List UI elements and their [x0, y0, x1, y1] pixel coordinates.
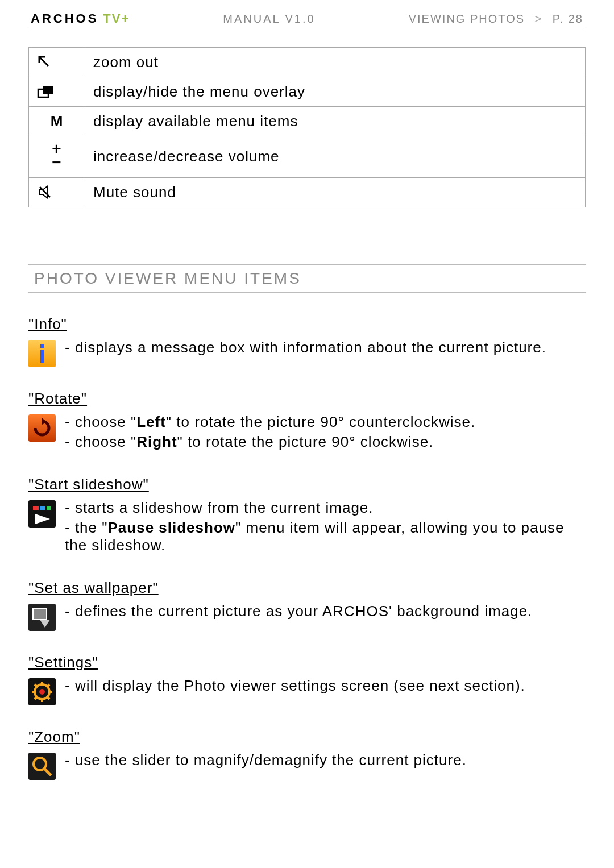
- header-breadcrumb: VIEWING PHOTOS > P. 28: [409, 13, 583, 26]
- control-label: display/hide the menu overlay: [85, 77, 586, 107]
- breadcrumb-section: VIEWING PHOTOS: [409, 13, 525, 25]
- menu-item-line: will display the Photo viewer settings s…: [65, 677, 586, 695]
- svg-marker-13: [40, 620, 50, 628]
- menu-letter-icon: M: [29, 107, 85, 136]
- menu-item-line: displays a message box with information …: [65, 339, 586, 356]
- svg-line-0: [39, 57, 48, 66]
- page-header: ARCHOS TV+ MANUAL V1.0 VIEWING PHOTOS > …: [28, 11, 586, 30]
- menu-item-lines: will display the Photo viewer settings s…: [65, 677, 586, 697]
- menu-item-settings: "Settings" will display the Photo viewer…: [28, 654, 586, 705]
- control-label: display available menu items: [85, 107, 586, 136]
- settings-icon: [28, 678, 56, 705]
- svg-line-19: [35, 684, 38, 687]
- menu-item-lines: defines the current picture as your ARCH…: [65, 603, 586, 622]
- product-name: TV+: [103, 11, 130, 26]
- menu-item-info: "Info" displays a message box with infor…: [28, 315, 586, 367]
- control-label: zoom out: [85, 48, 586, 77]
- menu-item-title: "Settings": [28, 654, 586, 671]
- menu-item-line: use the slider to magnify/demagnify the …: [65, 751, 586, 769]
- breadcrumb-page: P. 28: [553, 13, 583, 25]
- menu-item-line: choose "Left" to rotate the picture 90° …: [65, 413, 586, 431]
- menu-item-title: "Info": [28, 315, 586, 333]
- breadcrumb-separator: >: [535, 13, 543, 25]
- menu-item-lines: displays a message box with information …: [65, 339, 586, 359]
- svg-rect-2: [43, 86, 53, 94]
- overlay-icon: [29, 77, 85, 107]
- menu-item-line: starts a slideshow from the current imag…: [65, 499, 586, 517]
- menu-item-line: the "Pause slideshow" menu item will app…: [65, 519, 586, 554]
- menu-item-lines: choose "Left" to rotate the picture 90° …: [65, 413, 586, 453]
- menu-item-title: "Set as wallpaper": [28, 579, 586, 597]
- control-label: Mute sound: [85, 177, 586, 207]
- menu-item-title: "Zoom": [28, 728, 586, 746]
- section-title: PHOTO VIEWER MENU ITEMS: [28, 264, 586, 293]
- svg-rect-5: [40, 344, 44, 348]
- mute-icon: [29, 177, 85, 207]
- svg-line-21: [47, 684, 49, 687]
- volume-plus-minus-icon: +−: [29, 136, 85, 178]
- svg-line-25: [44, 769, 51, 775]
- table-row: display/hide the menu overlay: [29, 77, 586, 107]
- zoom-icon: [28, 753, 56, 780]
- table-row: zoom out: [29, 48, 586, 77]
- menu-item-title: "Rotate": [28, 390, 586, 408]
- info-icon: [28, 340, 56, 367]
- menu-item-lines: use the slider to magnify/demagnify the …: [65, 751, 586, 771]
- menu-item-slideshow: "Start slideshow" starts a slideshow fro…: [28, 476, 586, 556]
- zoom-out-icon: [29, 48, 85, 77]
- menu-item-lines: starts a slideshow from the current imag…: [65, 499, 586, 556]
- table-row: +− increase/decrease volume: [29, 136, 586, 178]
- menu-item-line: defines the current picture as your ARCH…: [65, 603, 586, 620]
- table-row: M display available menu items: [29, 107, 586, 136]
- menu-item-zoom: "Zoom" use the slider to magnify/demagni…: [28, 728, 586, 780]
- slideshow-icon: [28, 500, 56, 528]
- menu-item-line: choose "Right" to rotate the picture 90°…: [65, 433, 586, 451]
- svg-rect-10: [47, 506, 51, 510]
- svg-point-23: [39, 689, 45, 695]
- svg-rect-9: [40, 506, 45, 510]
- rotate-icon: [28, 414, 56, 442]
- svg-rect-6: [40, 350, 44, 363]
- header-manual-version: MANUAL V1.0: [223, 13, 315, 26]
- wallpaper-icon: [28, 604, 56, 631]
- svg-line-20: [47, 696, 49, 699]
- svg-point-24: [34, 758, 46, 770]
- controls-table: zoom out display/hide the menu overlay M…: [28, 47, 586, 207]
- control-label: increase/decrease volume: [85, 136, 586, 178]
- brand-logo-text: ARCHOS: [31, 11, 98, 26]
- menu-item-wallpaper: "Set as wallpaper" defines the current p…: [28, 579, 586, 631]
- menu-item-title: "Start slideshow": [28, 476, 586, 493]
- svg-line-22: [35, 696, 38, 699]
- header-left: ARCHOS TV+: [31, 11, 130, 26]
- table-row: Mute sound: [29, 177, 586, 207]
- svg-marker-11: [35, 514, 50, 524]
- svg-rect-12: [33, 608, 47, 620]
- svg-rect-8: [33, 506, 39, 510]
- manual-page: ARCHOS TV+ MANUAL V1.0 VIEWING PHOTOS > …: [0, 0, 614, 868]
- menu-item-rotate: "Rotate" choose "Left" to rotate the pic…: [28, 390, 586, 453]
